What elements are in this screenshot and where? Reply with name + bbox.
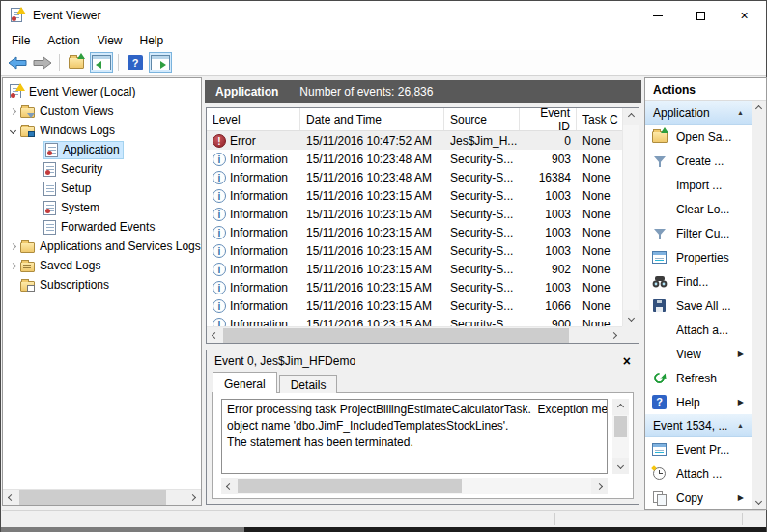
tree-item-windows-logs[interactable]: Windows Logs (3, 121, 201, 140)
tree-item-forwarded-events[interactable]: Forwarded Events (3, 217, 201, 237)
action-properties[interactable]: Properties (645, 245, 752, 269)
menu-action[interactable]: Action (39, 32, 88, 49)
action-label: Clear Lo... (676, 203, 729, 216)
action-attach-task-to-event[interactable]: Attach ... (645, 462, 752, 486)
table-row[interactable]: Information 15/11/2016 10:23:15 AM Secur… (207, 296, 622, 315)
scrollbar-thumb[interactable] (614, 416, 627, 437)
table-row[interactable]: Information 15/11/2016 10:23:15 AM Secur… (207, 315, 622, 326)
maximize-button[interactable] (679, 1, 723, 30)
menu-view[interactable]: View (89, 32, 131, 49)
help-button[interactable] (124, 52, 147, 73)
forwarded-events-log-icon (43, 220, 56, 235)
tree-item-applications-and-services-logs[interactable]: Applications and Services Logs (3, 237, 201, 256)
action-event-properties[interactable]: Event Pr... (645, 437, 752, 462)
tree-item-security[interactable]: Security (3, 159, 201, 179)
action-open-saved-log[interactable]: Open Sa... (645, 125, 752, 149)
collapse-section-icon[interactable] (737, 109, 744, 116)
close-detail-icon[interactable]: × (623, 355, 631, 367)
tree-item-label: Event Viewer (Local) (29, 85, 136, 98)
table-row[interactable]: Information 15/11/2016 10:23:15 AM Secur… (207, 278, 622, 296)
tree-item-custom-views[interactable]: Custom Views (3, 101, 201, 121)
chevron-right-icon[interactable] (5, 109, 20, 114)
scrollbar-thumb[interactable] (238, 479, 462, 493)
action-copy[interactable]: Copy (645, 486, 752, 510)
table-vertical-scrollbar[interactable] (622, 108, 639, 326)
scroll-left-icon[interactable] (3, 490, 19, 506)
tree-item-setup[interactable]: Setup (3, 179, 201, 198)
action-find[interactable]: Find... (645, 269, 752, 294)
tree-item-event-viewer-local[interactable]: Event Viewer (Local) (3, 82, 201, 101)
scrollbar-thumb[interactable] (19, 490, 166, 505)
section-header-application[interactable]: Application (645, 101, 752, 125)
table-row[interactable]: Information 15/11/2016 10:23:15 AM Secur… (207, 223, 622, 241)
tree-item-subscriptions[interactable]: Subscriptions (3, 275, 201, 294)
detail-vertical-scrollbar[interactable] (612, 399, 629, 474)
menu-file[interactable]: File (3, 32, 39, 49)
table-row[interactable]: Information 15/11/2016 10:23:48 AM Secur… (207, 150, 622, 168)
security-log-icon (43, 162, 56, 177)
column-header-level[interactable]: Level (207, 108, 300, 130)
action-refresh[interactable]: Refresh (645, 366, 752, 390)
actions-vertical-scrollbar[interactable] (752, 101, 766, 509)
table-horizontal-scrollbar[interactable] (207, 326, 622, 343)
action-save-all-events[interactable]: Save All ... (645, 294, 752, 318)
column-header-date[interactable]: Date and Time (300, 108, 444, 130)
scroll-right-icon[interactable] (606, 327, 622, 344)
scroll-left-icon[interactable] (221, 478, 238, 494)
back-button[interactable] (6, 52, 29, 73)
event-viewer-icon (9, 84, 24, 99)
column-header-source[interactable]: Source (444, 108, 520, 130)
forward-button[interactable] (31, 52, 54, 73)
scroll-down-icon[interactable] (623, 310, 639, 326)
action-create-custom-view[interactable]: Create ... (645, 149, 752, 173)
scroll-up-icon[interactable] (612, 399, 629, 415)
chevron-right-icon[interactable] (5, 244, 20, 249)
column-header-event-id[interactable]: Event ID (520, 108, 577, 130)
scroll-right-icon[interactable] (185, 490, 201, 506)
chevron-right-icon[interactable] (5, 264, 20, 268)
table-row[interactable]: Error 15/11/2016 10:47:52 AM Jes$Jim_H..… (207, 131, 622, 150)
table-row[interactable]: Information 15/11/2016 10:23:48 AM Secur… (207, 168, 622, 186)
toggle-action-pane-button[interactable] (149, 52, 172, 73)
scroll-left-icon[interactable] (207, 327, 223, 344)
detail-title: Event 0, Jes$Jim_HFDemo (214, 354, 355, 368)
close-button[interactable]: × (723, 1, 766, 30)
collapse-section-icon[interactable] (737, 422, 744, 429)
action-attach-task[interactable]: Attach a... (645, 318, 752, 342)
action-filter-current-log[interactable]: Filter Cu... (645, 221, 752, 245)
windows-logs-folder-icon (20, 126, 35, 137)
scroll-up-icon[interactable] (623, 108, 639, 125)
scroll-down-icon[interactable] (752, 494, 766, 509)
action-view[interactable]: View (645, 342, 752, 366)
action-help[interactable]: Help (645, 390, 752, 414)
tree-horizontal-scrollbar[interactable] (3, 489, 201, 505)
scroll-down-icon[interactable] (612, 458, 629, 474)
scroll-up-icon[interactable] (752, 101, 766, 116)
tree-item-saved-logs[interactable]: Saved Logs (3, 256, 201, 275)
action-label: Attach a... (676, 323, 728, 337)
source-cell: Security-S... (444, 153, 520, 166)
tab-details[interactable]: Details (279, 375, 338, 393)
menu-help[interactable]: Help (131, 32, 173, 49)
help-icon (652, 395, 667, 409)
minimize-button[interactable] (636, 1, 679, 30)
tree-item-system[interactable]: System (3, 198, 201, 217)
level-cell: Information (230, 171, 288, 184)
tree-item-application[interactable]: Application (3, 140, 201, 159)
tab-general[interactable]: General (213, 372, 277, 393)
chevron-down-icon[interactable] (5, 128, 20, 133)
tree-item-label: Saved Logs (40, 259, 100, 272)
detail-horizontal-scrollbar[interactable] (221, 478, 608, 494)
scrollbar-thumb[interactable] (223, 328, 569, 343)
table-row[interactable]: Information 15/11/2016 10:23:15 AM Secur… (207, 186, 622, 205)
table-row[interactable]: Information 15/11/2016 10:23:15 AM Secur… (207, 260, 622, 278)
event-viewer-window: Event Viewer × File Action View Help (0, 0, 767, 532)
open-saved-log-button[interactable] (65, 52, 88, 73)
toggle-console-tree-button[interactable] (90, 52, 113, 73)
table-row[interactable]: Information 15/11/2016 10:23:15 AM Secur… (207, 241, 622, 260)
action-clear-log[interactable]: Clear Lo... (645, 197, 752, 221)
action-import-custom-view[interactable]: Import ... (645, 173, 752, 197)
section-header-event[interactable]: Event 1534, ... (645, 414, 752, 437)
scroll-right-icon[interactable] (591, 478, 608, 494)
table-row[interactable]: Information 15/11/2016 10:23:15 AM Secur… (207, 205, 622, 223)
